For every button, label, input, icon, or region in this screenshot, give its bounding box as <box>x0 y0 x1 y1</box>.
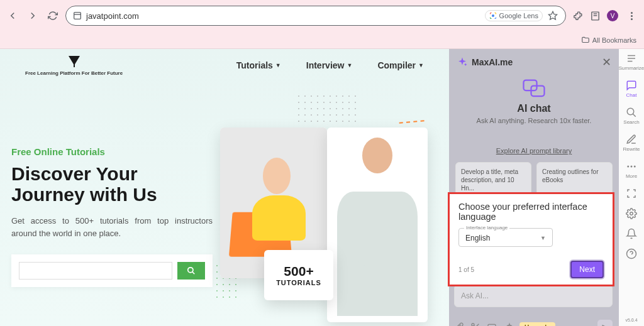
next-button[interactable]: Next <box>570 261 604 278</box>
hero-title: Discover Your Journey with Us <box>11 163 213 205</box>
nav-interview[interactable]: Interview▼ <box>306 60 353 70</box>
badge-text: TUTORIALS <box>276 279 321 286</box>
reload-button[interactable] <box>45 8 60 23</box>
prompt-library-link[interactable]: Explore AI prompt library <box>449 147 619 155</box>
scissors-icon[interactable] <box>470 322 480 326</box>
send-icon <box>601 323 609 326</box>
sidebar-more[interactable]: More <box>626 161 637 179</box>
svg-point-28 <box>627 166 629 168</box>
svg-line-27 <box>633 114 636 117</box>
close-button[interactable]: ✕ <box>602 55 611 69</box>
hero-image-2 <box>327 121 428 322</box>
search-input[interactable] <box>19 262 172 280</box>
badge-number: 500+ <box>284 264 313 279</box>
sidebar-notifications[interactable] <box>626 228 637 239</box>
svg-point-26 <box>627 108 634 115</box>
svg-point-29 <box>630 166 632 168</box>
fullscreen-icon <box>626 188 637 199</box>
svg-line-9 <box>192 272 195 274</box>
wand-icon[interactable] <box>503 322 513 326</box>
maxai-panel: MaxAI.me ✕ AI chat Ask AI anything. Rese… <box>449 49 644 326</box>
select-label: Interface language <box>464 225 509 231</box>
forward-button[interactable] <box>25 8 40 23</box>
bookmark-star-icon[interactable] <box>547 9 559 22</box>
sidebar-search[interactable]: Search <box>623 107 639 125</box>
browser-toolbar: javatpoint.com Google Lens V <box>0 0 644 31</box>
chat-icon <box>626 80 637 91</box>
language-modal: Choose your preferred interface language… <box>448 192 614 286</box>
caret-down-icon: ▼ <box>418 62 424 68</box>
nav-tutorials[interactable]: Tutorials▼ <box>236 60 281 70</box>
step-indicator: 1 of 5 <box>458 266 474 273</box>
gear-icon <box>626 208 637 219</box>
folder-icon <box>581 36 590 45</box>
lens-icon <box>489 12 497 19</box>
help-icon <box>626 248 637 259</box>
sidebar-fullscreen[interactable] <box>626 188 637 199</box>
hero-description: Get access to 500+ tutorials from top in… <box>11 215 213 239</box>
chat-intro: AI chat Ask AI anything. Research 10x fa… <box>449 75 619 129</box>
address-bar[interactable]: javatpoint.com Google Lens <box>65 6 566 26</box>
svg-marker-3 <box>548 11 557 19</box>
site-info-icon <box>72 11 82 21</box>
logo-tagline: Free Learning Platform For Better Future <box>25 70 123 76</box>
version-label: v5.0.4 <box>625 318 637 322</box>
select-value: English <box>465 234 490 242</box>
more-icon <box>626 161 637 172</box>
lens-label: Google Lens <box>499 12 538 19</box>
maxai-sidebar: Summarize Chat Search Rewrite More v5.0.… <box>619 49 644 326</box>
caret-down-icon: ▼ <box>540 235 546 241</box>
chat-icon <box>523 79 545 98</box>
svg-rect-0 <box>74 13 81 19</box>
maxai-title: MaxAI.me <box>472 57 513 67</box>
svg-point-8 <box>188 268 193 273</box>
site-header: Free Learning Platform For Better Future… <box>0 54 449 76</box>
search-icon <box>187 266 196 275</box>
google-lens-chip[interactable]: Google Lens <box>485 10 543 21</box>
sidebar-chat[interactable]: Chat <box>626 80 637 98</box>
svg-point-30 <box>634 166 636 168</box>
screenshot-icon[interactable] <box>487 322 497 326</box>
sidebar-summarize[interactable]: Summarize <box>619 53 644 71</box>
svg-point-31 <box>630 212 633 215</box>
upgrade-button[interactable]: Upgrade <box>519 322 555 327</box>
rewrite-icon <box>626 134 637 145</box>
chat-title: AI chat <box>449 103 619 114</box>
tutorials-badge: 500+ TUTORIALS <box>264 250 333 300</box>
page-content: Free Learning Platform For Better Future… <box>0 49 449 326</box>
nav-compiler[interactable]: Compiler▼ <box>377 60 424 70</box>
caret-down-icon: ▼ <box>347 62 352 68</box>
logo-icon <box>67 54 82 69</box>
modal-title: Choose your preferred interface language <box>458 202 604 222</box>
svg-rect-7 <box>74 62 75 67</box>
bell-icon <box>626 228 637 239</box>
all-bookmarks-link[interactable]: All Bookmarks <box>592 36 636 44</box>
attachment-icon[interactable] <box>454 322 464 326</box>
search-icon <box>626 107 637 118</box>
profile-button[interactable]: V <box>606 9 619 22</box>
caret-down-icon: ▼ <box>275 62 281 68</box>
language-select[interactable]: Interface language English▼ <box>458 228 553 247</box>
sidebar-settings[interactable] <box>626 208 637 219</box>
decoration-dots <box>296 93 358 124</box>
profile-avatar: V <box>607 10 618 21</box>
sidebar-rewrite[interactable]: Rewrite <box>623 134 640 152</box>
search-box <box>11 254 213 287</box>
maxai-logo-icon <box>457 57 468 68</box>
hero-section: Free Online Tutorials Discover Your Jour… <box>11 146 213 287</box>
url-text: javatpoint.com <box>86 11 139 21</box>
menu-button[interactable] <box>624 8 639 23</box>
extensions-icon[interactable] <box>571 9 584 22</box>
ask-ai-input[interactable]: Ask AI... <box>454 285 613 307</box>
svg-point-2 <box>492 14 494 17</box>
sidebar-help[interactable] <box>626 248 637 259</box>
hero-label: Free Online Tutorials <box>11 146 213 157</box>
maxai-header: MaxAI.me ✕ <box>449 49 619 75</box>
main-nav: Tutorials▼ Interview▼ Compiler▼ <box>236 60 424 70</box>
back-button[interactable] <box>5 8 20 23</box>
search-button[interactable] <box>177 262 205 280</box>
send-button[interactable] <box>597 320 613 326</box>
site-logo[interactable]: Free Learning Platform For Better Future <box>25 54 123 76</box>
bottom-toolbar: Upgrade <box>454 320 613 326</box>
reading-list-icon[interactable] <box>589 9 601 22</box>
